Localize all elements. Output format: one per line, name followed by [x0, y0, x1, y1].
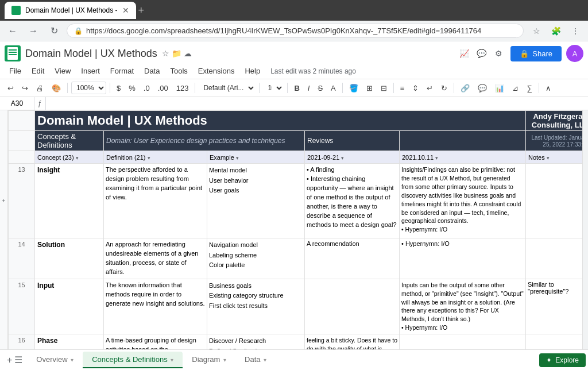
menu-insert[interactable]: Insert [76, 64, 105, 78]
formula-bar[interactable] [46, 101, 588, 106]
new-tab-button[interactable]: + [138, 5, 145, 17]
tab-data[interactable]: Data ▾ [235, 352, 276, 368]
back-button[interactable]: ← [5, 23, 21, 39]
menu-data[interactable]: Data [140, 64, 164, 78]
col-example-header[interactable]: Example ▾ [207, 151, 305, 164]
col-date2-filter-icon[interactable]: ▾ [435, 155, 441, 161]
menu-extensions[interactable]: Extensions [194, 64, 239, 78]
decimal-dec-button[interactable]: .0 [141, 82, 153, 94]
function-button[interactable]: ∑ [524, 82, 535, 94]
cloud-icon[interactable]: ☁ [184, 49, 192, 58]
zoom-select[interactable]: 100% [71, 82, 106, 94]
cell-input-concept[interactable]: Input [35, 279, 104, 334]
link-button[interactable]: 🔗 [458, 82, 473, 94]
cell-phase-notes[interactable] [526, 334, 583, 349]
tab-concepts-definitions[interactable]: Concepts & Definitions ▾ [83, 352, 183, 368]
menu-tools[interactable]: Tools [165, 64, 192, 78]
undo-button[interactable]: ↩ [5, 82, 17, 94]
col-date1-header[interactable]: 2021-09-21 ▾ [305, 151, 400, 164]
col-definition-filter-icon[interactable]: ▾ [148, 155, 153, 161]
add-row-button[interactable]: + [2, 198, 6, 204]
address-bar[interactable]: 🔒 https://docs.google.com/spreadsheets/d… [67, 24, 524, 38]
menu-format[interactable]: Format [106, 64, 138, 78]
forward-button[interactable]: → [25, 23, 41, 39]
cell-phase-definition[interactable]: A time-based grouping of design activiti… [104, 334, 207, 349]
explore-button[interactable]: ✦ Explore [539, 353, 586, 367]
paint-format-button[interactable]: 🎨 [49, 82, 64, 94]
cell-input-notes[interactable]: Similar to "prerequisite"? [526, 279, 583, 334]
cell-insight-review-e[interactable]: Insights/Findings can also be primitive:… [400, 164, 526, 238]
filter-button[interactable]: ⊿ [509, 82, 521, 94]
col-date2-header[interactable]: 2021.10.11 ▾ [400, 151, 526, 164]
cell-reference-input[interactable]: A30 [0, 97, 34, 110]
strikethrough-button[interactable]: S [315, 82, 326, 94]
menu-edit[interactable]: Edit [27, 64, 49, 78]
col-example-filter-icon[interactable]: ▾ [236, 155, 242, 161]
valign-button[interactable]: ⇕ [409, 82, 421, 94]
percent-button[interactable]: % [126, 82, 138, 94]
decimal-inc-button[interactable]: .00 [155, 82, 171, 94]
cell-solution-example[interactable]: Navigation modelLabeling schemeColor pal… [207, 238, 305, 279]
col-date1-filter-icon[interactable]: ▾ [341, 155, 347, 161]
cell-phase-review-e[interactable] [400, 334, 526, 349]
star-icon[interactable]: ☆ [162, 49, 169, 58]
cell-insight-concept[interactable]: Insight [35, 164, 104, 238]
user-avatar[interactable]: A [566, 45, 583, 62]
all-sheets-button[interactable]: ☰ [14, 354, 22, 365]
menu-view[interactable]: View [50, 64, 75, 78]
italic-button[interactable]: I [305, 82, 313, 94]
redo-button[interactable]: ↪ [19, 82, 31, 94]
title-cell[interactable]: Domain Model | UX Methods [35, 111, 526, 131]
cell-phase-example[interactable]: Discover / ResearchDefine / SynthesisDev… [207, 334, 305, 349]
cell-insight-definition[interactable]: The perspective afforded to a design pro… [104, 164, 207, 238]
chart-button[interactable]: 📊 [492, 82, 507, 94]
cell-input-definition[interactable]: The known information that methods requi… [104, 279, 207, 334]
cell-phase-concept[interactable]: Phase [35, 334, 104, 349]
merge-button[interactable]: ⊟ [378, 82, 390, 94]
tab-diagram[interactable]: Diagram ▾ [183, 352, 235, 368]
analytics-button[interactable]: 📈 [457, 46, 471, 61]
tab-close-button[interactable]: ✕ [122, 6, 129, 15]
more-button[interactable]: ⋮ [567, 23, 583, 39]
menu-file[interactable]: File [5, 64, 26, 78]
cell-insight-notes[interactable] [526, 164, 583, 238]
align-button[interactable]: ≡ [397, 82, 408, 94]
hide-formula-button[interactable]: ∧ [543, 82, 554, 94]
col-concept-header[interactable]: Concept (23) ▾ [35, 151, 104, 164]
currency-button[interactable]: $ [114, 82, 123, 94]
font-size-select[interactable]: 10 [263, 82, 284, 94]
rotate-button[interactable]: ↻ [438, 82, 450, 94]
extensions-button[interactable]: 🧩 [548, 23, 564, 39]
wrap-button[interactable]: ↵ [424, 82, 436, 94]
col-definition-header[interactable]: Definition (21) ▾ [104, 151, 207, 164]
cell-input-example[interactable]: Business goalsExisting category structur… [207, 279, 305, 334]
comment-button[interactable]: 💬 [475, 82, 490, 94]
col-concept-filter-icon[interactable]: ▾ [76, 155, 82, 161]
cell-solution-review-e[interactable]: • Hypernymn: I/O [400, 238, 526, 279]
add-sheet-button[interactable]: + [7, 355, 12, 365]
cell-insight-example[interactable]: Mental modelUser behaviorUser goals [207, 164, 305, 238]
right-scrollbar[interactable] [582, 110, 588, 349]
cell-input-review-e[interactable]: Inputs can be the output of some other m… [400, 279, 526, 334]
cell-solution-definition[interactable]: An approach for remediating undesireable… [104, 238, 207, 279]
cell-input-review-d[interactable] [305, 279, 400, 334]
col-notes-header[interactable]: Notes ▾ [526, 151, 583, 164]
reload-button[interactable]: ↻ [46, 23, 62, 39]
cell-solution-review-d[interactable]: A recommendation [305, 238, 400, 279]
more-formats-button[interactable]: 123 [173, 82, 192, 94]
folder-icon[interactable]: 📁 [172, 49, 181, 58]
col-notes-filter-icon[interactable]: ▾ [547, 155, 552, 161]
bold-button[interactable]: B [291, 82, 302, 94]
fill-color-button[interactable]: 🪣 [346, 82, 361, 94]
text-color-button[interactable]: A [328, 82, 339, 94]
cell-insight-review-d[interactable]: • A finding• Interesting chaining opport… [305, 164, 400, 238]
doc-title[interactable]: Domain Model | UX Methods [25, 48, 157, 60]
chat-button[interactable]: 💬 [474, 46, 489, 61]
font-family-select[interactable]: Default (Ari... [199, 82, 256, 94]
cell-solution-notes[interactable] [526, 238, 583, 279]
cell-solution-concept[interactable]: Solution [35, 238, 104, 279]
menu-help[interactable]: Help [240, 64, 265, 78]
bookmark-button[interactable]: ☆ [528, 23, 544, 39]
settings-button[interactable]: ⚙ [491, 46, 506, 61]
cell-phase-review-d[interactable]: feeling a bit sticky. Does it have to do… [305, 334, 400, 349]
